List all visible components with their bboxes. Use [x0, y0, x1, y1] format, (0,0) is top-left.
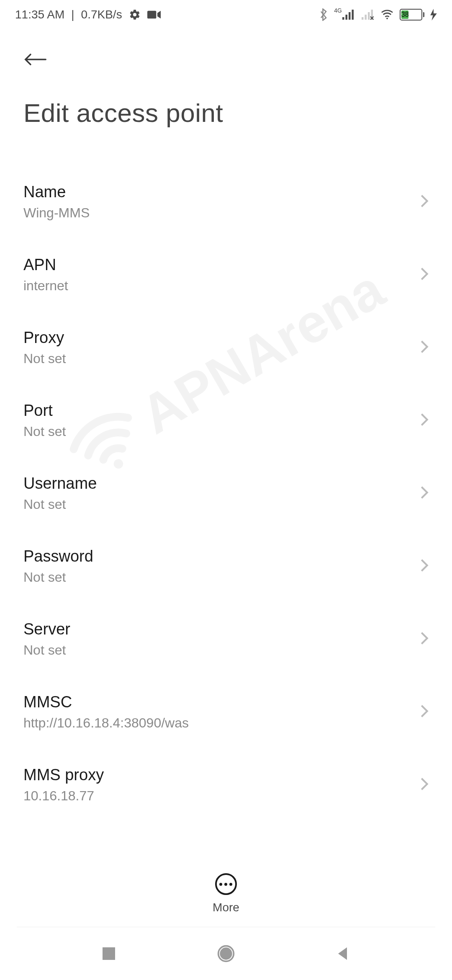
- setting-apn[interactable]: APN internet: [23, 238, 429, 311]
- setting-value: internet: [23, 278, 68, 294]
- settings-list: Name Wing-MMS APN internet Proxy Not set…: [0, 128, 452, 821]
- navigation-bar: [0, 927, 452, 980]
- setting-label: MMSC: [23, 693, 189, 711]
- setting-value: Not set: [23, 497, 97, 512]
- status-bar: 11:35 AM | 0.7KB/s 4G 38: [0, 0, 452, 29]
- setting-value: Not set: [23, 424, 66, 439]
- battery-icon: 38: [400, 9, 424, 21]
- setting-label: Password: [23, 547, 93, 565]
- action-bar: More: [0, 860, 452, 927]
- chevron-right-icon: [420, 704, 429, 720]
- chevron-right-icon: [420, 340, 429, 356]
- status-time: 11:35 AM: [15, 8, 64, 21]
- status-right: 4G 38: [319, 8, 437, 21]
- square-icon: [101, 946, 116, 961]
- setting-value: Not set: [23, 570, 93, 585]
- svg-rect-3: [346, 15, 348, 20]
- setting-label: Server: [23, 620, 70, 638]
- status-data-speed: 0.7KB/s: [81, 8, 122, 21]
- setting-value: 10.16.18.77: [23, 788, 104, 804]
- svg-rect-4: [349, 12, 351, 20]
- setting-label: Username: [23, 475, 97, 493]
- nav-back-button[interactable]: [331, 941, 356, 966]
- nav-home-button[interactable]: [213, 941, 239, 966]
- setting-value: http://10.16.18.4:38090/was: [23, 715, 189, 731]
- chevron-right-icon: [420, 194, 429, 210]
- chevron-right-icon: [420, 631, 429, 647]
- svg-rect-1: [147, 11, 156, 19]
- battery-percent: 38: [401, 10, 408, 19]
- chevron-right-icon: [420, 267, 429, 283]
- setting-server[interactable]: Server Not set: [23, 603, 429, 676]
- setting-label: Proxy: [23, 329, 66, 347]
- setting-name[interactable]: Name Wing-MMS: [23, 165, 429, 238]
- more-label: More: [213, 901, 239, 914]
- gear-icon: [129, 9, 141, 21]
- setting-port[interactable]: Port Not set: [23, 384, 429, 457]
- setting-proxy[interactable]: Proxy Not set: [23, 311, 429, 384]
- arrow-left-icon: [23, 51, 48, 68]
- chevron-right-icon: [420, 413, 429, 428]
- setting-value: Not set: [23, 642, 70, 658]
- more-button[interactable]: More: [213, 873, 239, 914]
- charging-icon: [430, 9, 437, 21]
- camera-icon: [147, 10, 161, 20]
- status-separator: |: [71, 8, 74, 21]
- setting-label: Port: [23, 402, 66, 420]
- setting-mms-proxy[interactable]: MMS proxy 10.16.18.77: [23, 748, 429, 821]
- svg-point-10: [386, 18, 388, 19]
- setting-value: Not set: [23, 351, 66, 366]
- chevron-right-icon: [420, 558, 429, 574]
- setting-label: APN: [23, 256, 68, 274]
- wifi-icon: [380, 9, 394, 20]
- back-button[interactable]: [23, 46, 50, 73]
- setting-label: MMS proxy: [23, 766, 104, 784]
- setting-mmsc[interactable]: MMSC http://10.16.18.4:38090/was: [23, 676, 429, 748]
- svg-rect-2: [342, 17, 344, 20]
- chevron-right-icon: [420, 777, 429, 793]
- setting-label: Name: [23, 183, 90, 201]
- signal-4g-icon: 4G: [334, 10, 355, 20]
- page-title: Edit access point: [23, 98, 429, 128]
- chevron-right-icon: [420, 485, 429, 501]
- status-left: 11:35 AM | 0.7KB/s: [15, 8, 161, 21]
- circle-icon: [217, 944, 235, 963]
- svg-point-13: [221, 948, 231, 959]
- more-icon: [215, 873, 237, 895]
- bluetooth-icon: [319, 8, 328, 21]
- svg-rect-7: [365, 15, 367, 20]
- svg-rect-5: [352, 10, 354, 20]
- setting-password[interactable]: Password Not set: [23, 530, 429, 603]
- svg-rect-11: [103, 947, 115, 960]
- signal-empty-icon: [361, 10, 375, 20]
- setting-value: Wing-MMS: [23, 205, 90, 221]
- nav-recents-button[interactable]: [96, 941, 121, 966]
- svg-rect-8: [368, 12, 370, 20]
- setting-username[interactable]: Username Not set: [23, 457, 429, 530]
- svg-rect-6: [362, 17, 364, 20]
- triangle-left-icon: [336, 946, 351, 961]
